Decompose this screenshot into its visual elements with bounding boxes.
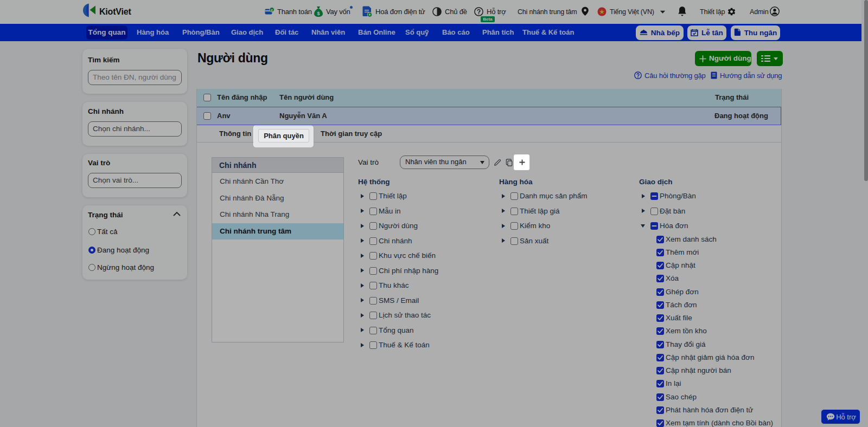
svg-text:e: e — [271, 8, 273, 12]
svg-text:$: $ — [317, 11, 320, 16]
